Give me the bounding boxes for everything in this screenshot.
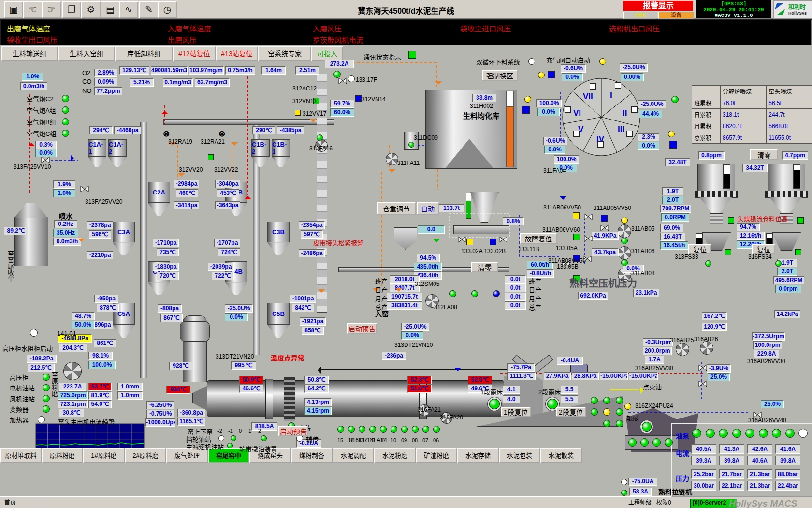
device-button[interactable]: 设备 [658,12,694,19]
value-box[interactable]: 25.0% [761,400,784,408]
tab-水泥包装[interactable]: 水泥包装 [499,448,540,463]
flow-arrow [318,289,325,296]
value-box: 58.3A [629,488,652,496]
kiln-gear-ring [284,377,295,421]
value-box[interactable]: 2.0T [777,268,798,276]
value-box[interactable]: 0.0% [537,108,560,116]
value-box[interactable]: 44.4% [639,110,662,118]
value-box[interactable]: 16.45t/h [660,241,688,250]
tab-#12站复位[interactable]: #12站复位 [173,46,216,61]
status-led [524,96,531,103]
valve-icon[interactable] [698,380,707,389]
value-box[interactable]: 0.0% [638,142,659,150]
button-仓重调节[interactable]: 仓重调节 [377,202,416,215]
tab-#13站复位[interactable]: #13站复位 [216,46,258,61]
value-box[interactable]: 435.0t/h [414,263,442,271]
note-icon[interactable]: ▤ [101,1,120,18]
value-box[interactable]: 0.0rpm [775,285,801,293]
report-clock-icon[interactable]: ◷ [158,1,177,18]
status-led [227,443,233,448]
status-led [62,95,69,102]
status-led [591,408,598,416]
value-box[interactable]: 0.0% [562,73,583,81]
value-box: 861℃ [94,339,116,347]
tab-生料输送组[interactable]: 生料输送组 [1,46,58,61]
status-led [528,58,535,65]
value-box[interactable]: 35.0Hz [53,229,78,237]
tab-1#原料磨[interactable]: 1#原料磨 [83,448,125,463]
hand-left-icon[interactable]: ☜ [23,1,43,18]
cyclone-cone [251,157,270,167]
valve-icon[interactable] [698,364,707,373]
button-2段复位[interactable]: 2段复位 [556,407,586,417]
value-box[interactable]: 1.0% [22,73,44,81]
button-复位[interactable]: 复位 [752,244,775,254]
value-box[interactable]: 0.0% [35,149,57,157]
button-清零[interactable]: 清零 [471,262,498,272]
value-box: 1.0mm [117,383,143,391]
alarm-display-button[interactable]: 报警显示 [624,1,693,11]
valve-icon[interactable] [80,186,89,194]
hand-right-icon[interactable]: ☞ [42,1,61,18]
value-box[interactable]: 1.0% [53,189,75,197]
valve-icon[interactable] [584,213,593,222]
tab-窑系统专家[interactable]: 窑系统专家 [258,46,311,61]
tab-原材堆取料[interactable]: 原材堆取料 [0,448,42,463]
map-window-icon[interactable]: ❐ [62,1,81,18]
button-启动预告[interactable]: 启动预告 [347,323,377,334]
text-label: 312AC12 [292,85,317,92]
text-label: 熟料空压机压力 [569,276,637,290]
button-1段复位[interactable]: 1段复位 [501,407,531,417]
pie-zone-square [626,131,633,137]
value-box[interactable]: 100.0% [88,361,116,369]
value-box[interactable]: 725.0rpm [58,391,88,400]
gear-icon[interactable]: ⚙ [81,1,101,18]
value-box: 81.9℃ [88,391,112,400]
button-复位[interactable]: 复位 [688,244,711,254]
print-icon[interactable]: ✎ [139,1,159,18]
tab-库低卸料组[interactable]: 库低卸料组 [115,46,173,61]
button-清零[interactable]: 清零 [750,149,778,160]
value-box[interactable]: 0.0RPM [661,213,689,222]
valve-icon[interactable] [584,235,593,244]
value-box[interactable]: 0.0% [225,313,248,321]
tab-可投入[interactable]: 可投入 [311,46,343,61]
valve-icon[interactable] [600,224,609,233]
coal-bin-left-level [723,164,730,189]
monitor-close-icon[interactable]: ▣ [4,1,23,18]
soe-button[interactable]: SOE [624,12,657,19]
value-box[interactable]: 0.0% [401,331,423,340]
button-自动[interactable]: 自动 [417,202,439,215]
tab-煤粉制备[interactable]: 煤粉制备 [291,448,333,463]
value-box[interactable]: 0.0 [418,225,445,234]
value-box[interactable]: 60.0% [330,108,354,117]
tab-矿渣粉磨[interactable]: 矿渣粉磨 [416,448,457,463]
value-box[interactable]: 50.0% [72,321,95,329]
tab-水泥散装[interactable]: 水泥散装 [540,448,582,463]
value-box[interactable]: 25.0% [708,373,730,381]
tab-生料入窑组[interactable]: 生料入窑组 [58,46,115,61]
text-label: 10 [391,437,396,443]
button-故障复位[interactable]: 故障复位 [520,233,557,244]
tab-2#原料磨[interactable]: 2#原料磨 [125,448,166,463]
valve-icon[interactable] [338,77,347,86]
text-label: 充气阀自动启动 [546,55,590,64]
status-led [668,131,675,137]
value-box[interactable]: 0.0% [544,146,566,154]
text-label: 141.01 [57,330,76,337]
tab-水泥粉磨[interactable]: 水泥粉磨 [374,448,416,463]
value-box[interactable]: 4.15rpm [304,407,332,415]
valve-icon[interactable] [499,236,508,245]
valve-icon[interactable] [458,236,466,245]
hollysys-logo: 和利时 HollySys [773,0,812,19]
tab-原料粉磨[interactable]: 原料粉磨 [42,448,83,463]
button-启动预告[interactable]: 启动预告 [278,426,308,436]
button-强制换区[interactable]: 强制换区 [482,70,518,81]
tab-水泥调配[interactable]: 水泥调配 [333,448,374,463]
value-box[interactable]: 0.00% [621,73,644,81]
tab-水泥存储[interactable]: 水泥存储 [457,448,499,463]
text-label: 日产 [375,285,388,294]
oscilloscope-icon[interactable]: ∿ [119,1,138,18]
value-box[interactable]: 2.0T [662,196,683,204]
home-status[interactable]: 首页 [2,499,47,508]
